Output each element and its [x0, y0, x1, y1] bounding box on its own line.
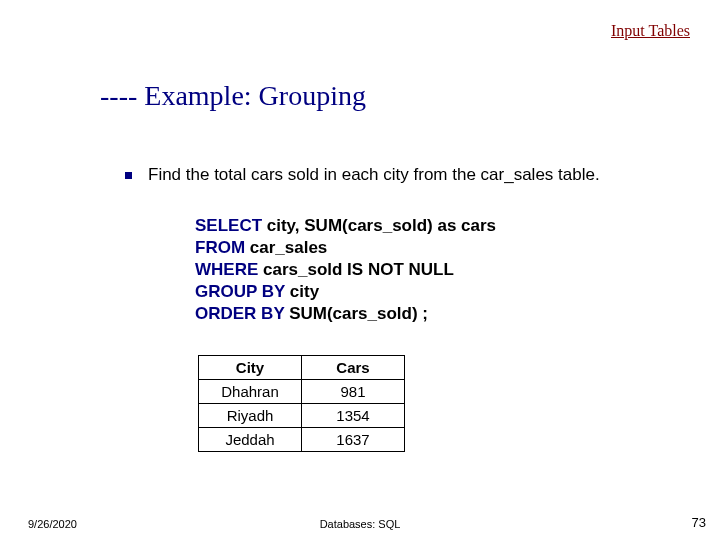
bullet-item: Find the total cars sold in each city fr… [125, 165, 600, 185]
cell-cars: 1637 [302, 428, 405, 452]
col-cars-header: Cars [302, 356, 405, 380]
sql-code-block: SELECT city, SUM(cars_sold) as cars FROM… [195, 215, 496, 325]
cell-cars: 1354 [302, 404, 405, 428]
result-table: City Cars Dhahran 981 Riyadh 1354 Jeddah… [198, 355, 405, 452]
bullet-icon [125, 172, 132, 179]
col-city-header: City [199, 356, 302, 380]
sql-text: city, SUM(cars_sold) as cars [262, 216, 496, 235]
sql-keyword: FROM [195, 238, 245, 257]
sql-text: city [285, 282, 319, 301]
footer-title: Databases: SQL [0, 518, 720, 530]
sql-text: cars_sold IS NOT NULL [258, 260, 454, 279]
cell-city: Riyadh [199, 404, 302, 428]
sql-text: car_sales [245, 238, 327, 257]
sql-text: SUM(cars_sold) ; [284, 304, 428, 323]
cell-cars: 981 [302, 380, 405, 404]
sql-keyword: SELECT [195, 216, 262, 235]
bullet-text: Find the total cars sold in each city fr… [148, 165, 600, 185]
table-row: Riyadh 1354 [199, 404, 405, 428]
sql-keyword: WHERE [195, 260, 258, 279]
table-row: Dhahran 981 [199, 380, 405, 404]
sql-keyword: GROUP BY [195, 282, 285, 301]
sql-keyword: ORDER BY [195, 304, 284, 323]
slide-title: ---- Example: Grouping [100, 80, 366, 112]
cell-city: Dhahran [199, 380, 302, 404]
table-header-row: City Cars [199, 356, 405, 380]
input-tables-link[interactable]: Input Tables [611, 22, 690, 40]
table-row: Jeddah 1637 [199, 428, 405, 452]
footer-page-number: 73 [692, 515, 706, 530]
cell-city: Jeddah [199, 428, 302, 452]
